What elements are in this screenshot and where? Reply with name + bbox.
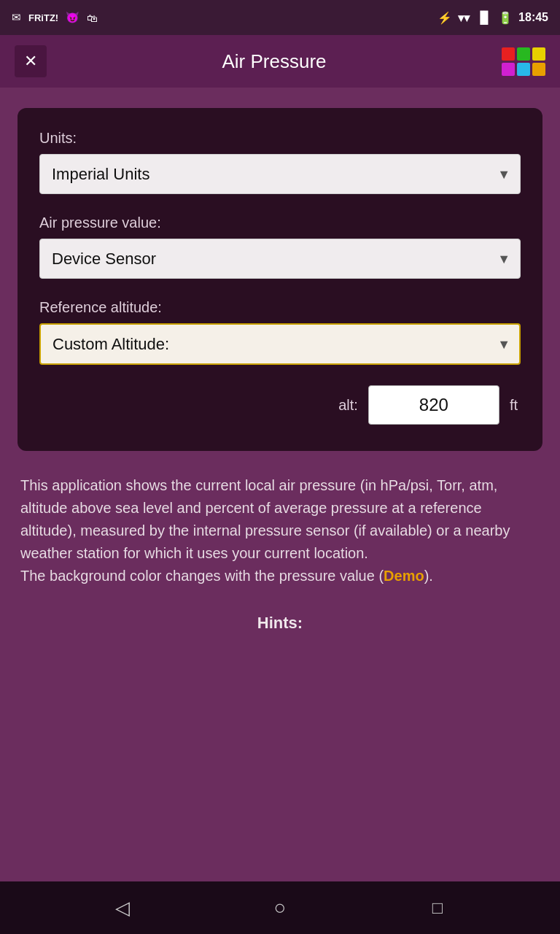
shopping-icon: 🛍 — [87, 12, 98, 24]
air-pressure-select[interactable]: Device Sensor Weather Station Manual — [39, 239, 521, 279]
clock: 18:45 — [518, 11, 548, 24]
units-select[interactable]: Imperial Units Metric Units — [39, 154, 521, 194]
reference-select[interactable]: Custom Altitude: Sea Level GPS Altitude — [39, 323, 521, 365]
color-cell-3[interactable] — [532, 47, 545, 61]
mail-icon: ✉ — [12, 11, 21, 24]
air-pressure-label: Air pressure value: — [39, 215, 521, 231]
status-bar-left: ✉ FRiTZ! 😈 🛍 — [12, 11, 98, 24]
description-text: This application shows the current local… — [18, 474, 542, 587]
fritz-icon: FRiTZ! — [28, 12, 58, 23]
alt-unit: ft — [510, 397, 518, 414]
color-grid[interactable] — [502, 47, 545, 76]
settings-card: Units: Imperial Units Metric Units ▼ Air… — [18, 108, 542, 451]
battery-icon: 🔋 — [498, 11, 513, 25]
back-button[interactable]: ◁ — [101, 886, 144, 930]
devil-icon: 😈 — [66, 11, 79, 24]
close-button[interactable]: ✕ — [15, 45, 47, 77]
color-cell-6[interactable] — [532, 63, 545, 76]
altitude-input[interactable] — [368, 385, 499, 425]
status-bar: ✉ FRiTZ! 😈 🛍 ⚡ ▾▾ ▐▌ 🔋 18:45 — [0, 0, 560, 35]
nav-bar: ◁ ○ □ — [0, 881, 560, 934]
altitude-row: alt: ft — [39, 385, 521, 425]
demo-link[interactable]: Demo — [384, 568, 424, 584]
units-label: Units: — [39, 130, 521, 147]
units-select-wrapper: Imperial Units Metric Units ▼ — [39, 154, 521, 194]
wifi-icon: ▾▾ — [458, 11, 470, 25]
recent-button[interactable]: □ — [416, 886, 459, 930]
status-bar-right: ⚡ ▾▾ ▐▌ 🔋 18:45 — [438, 11, 548, 25]
reference-label: Reference altitude: — [39, 299, 521, 316]
alt-label: alt: — [338, 397, 358, 414]
hints-heading: Hints: — [254, 614, 306, 633]
color-cell-4[interactable] — [502, 63, 515, 76]
home-button[interactable]: ○ — [258, 886, 302, 930]
reference-select-wrapper: Custom Altitude: Sea Level GPS Altitude … — [39, 323, 521, 365]
page-title: Air Pressure — [47, 50, 502, 73]
air-pressure-select-wrapper: Device Sensor Weather Station Manual ▼ — [39, 239, 521, 279]
main-content: Units: Imperial Units Metric Units ▼ Air… — [0, 88, 560, 881]
color-cell-5[interactable] — [517, 63, 530, 76]
top-bar: ✕ Air Pressure — [0, 35, 560, 88]
color-cell-1[interactable] — [502, 47, 515, 61]
bluetooth-icon: ⚡ — [438, 11, 452, 25]
color-cell-2[interactable] — [517, 47, 530, 61]
signal-icon: ▐▌ — [475, 11, 492, 24]
